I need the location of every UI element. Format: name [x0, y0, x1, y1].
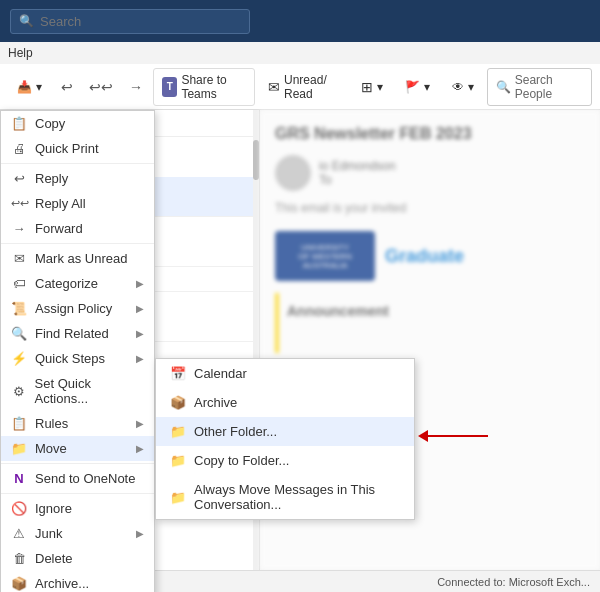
menu-item-assign-policy[interactable]: 📜 Assign Policy ▶ [1, 296, 154, 321]
move-label: Move [35, 441, 67, 456]
apps-btn[interactable]: ⊞ ▾ [352, 74, 392, 100]
view-icon: 👁 [452, 80, 464, 94]
menu-separator-2 [1, 243, 154, 244]
forward-btn[interactable]: → [123, 75, 149, 99]
email-from-row: io Edmondson To [275, 155, 585, 191]
quick-steps-icon: ⚡ [11, 351, 27, 366]
menu-item-junk[interactable]: ⚠ Junk ▶ [1, 521, 154, 546]
rules-label: Rules [35, 416, 68, 431]
university-logo: UNIVERSITYOF WESTERNAUSTRALIA [275, 231, 375, 281]
menu-item-send-onenote[interactable]: N Send to OneNote [1, 466, 154, 491]
junk-icon: ⚠ [11, 526, 27, 541]
archive-icon: 📥 [17, 80, 32, 94]
archive-dropdown-btn[interactable]: 📥 ▾ [8, 75, 51, 99]
menu-item-ignore[interactable]: 🚫 Ignore [1, 496, 154, 521]
announcement-text: Announcement [287, 303, 389, 353]
reply-all-label: Reply All [35, 196, 86, 211]
arrow-right-icon: ▶ [136, 418, 144, 429]
share-teams-btn[interactable]: T Share to Teams [153, 68, 255, 106]
unread-read-btn[interactable]: ✉ Unread/ Read [259, 68, 348, 106]
menu-item-mark-unread[interactable]: ✉ Mark as Unread [1, 246, 154, 271]
menu-item-delete[interactable]: 🗑 Delete [1, 546, 154, 571]
menu-item-reply[interactable]: ↩ Reply [1, 166, 154, 191]
archive-sub-icon: 📦 [170, 395, 186, 410]
categorize-label: Categorize [35, 276, 98, 291]
archive-menu-icon: 📦 [11, 576, 27, 591]
settings-icon: ⚙ [11, 384, 27, 399]
menu-item-forward[interactable]: → Forward [1, 216, 154, 241]
menu-item-reply-all[interactable]: ↩↩ Reply All [1, 191, 154, 216]
flag-btn[interactable]: 🚩 ▾ [396, 75, 439, 99]
red-arrow-annotation [418, 430, 488, 442]
envelope-icon: ✉ [11, 251, 27, 266]
policy-icon: 📜 [11, 301, 27, 316]
other-folder-icon: 📁 [170, 424, 186, 439]
arrow-right-icon: ▶ [136, 443, 144, 454]
yellow-accent-bar [275, 293, 279, 353]
delete-icon: 🗑 [11, 551, 27, 566]
categorize-icon: 🏷 [11, 276, 27, 291]
context-menu: 📋 Copy 🖨 Quick Print ↩ Reply ↩↩ Reply Al… [0, 110, 155, 592]
onenote-icon: N [11, 471, 27, 486]
teams-icon: T [162, 77, 177, 97]
archive-label: Archive... [35, 576, 89, 591]
calendar-label: Calendar [194, 366, 247, 381]
arrow-right-icon: ▶ [136, 328, 144, 339]
menu-separator-4 [1, 493, 154, 494]
apps-arrow: ▾ [377, 80, 383, 94]
apps-icon: ⊞ [361, 79, 373, 95]
set-quick-actions-label: Set Quick Actions... [35, 376, 144, 406]
menu-item-categorize[interactable]: 🏷 Categorize ▶ [1, 271, 154, 296]
copy-label: Copy [35, 116, 65, 131]
help-label: Help [8, 46, 33, 60]
search-icon: 🔍 [19, 14, 34, 28]
arrow-right-icon: ▶ [136, 528, 144, 539]
top-search-bar: 🔍 [0, 0, 600, 42]
ignore-icon: 🚫 [11, 501, 27, 516]
submenu-copy-to-folder[interactable]: 📁 Copy to Folder... [156, 446, 414, 475]
copy-folder-icon: 📁 [170, 453, 186, 468]
help-bar: Help [0, 42, 600, 64]
connected-status: Connected to: Microsoft Exch... [437, 576, 590, 588]
view-btn[interactable]: 👁 ▾ [443, 75, 483, 99]
reply-label: Reply [35, 171, 68, 186]
submenu-archive[interactable]: 📦 Archive [156, 388, 414, 417]
submenu-other-folder[interactable]: 📁 Other Folder... [156, 417, 414, 446]
arrow-right-icon: ▶ [136, 303, 144, 314]
menu-item-quick-print[interactable]: 🖨 Quick Print [1, 136, 154, 161]
email-to: To [319, 173, 396, 187]
view-arrow: ▾ [468, 80, 474, 94]
always-move-label: Always Move Messages in This Conversatio… [194, 482, 400, 512]
menu-separator-3 [1, 463, 154, 464]
menu-item-move[interactable]: 📁 Move ▶ [1, 436, 154, 461]
email-subject: GRS Newsletter FEB 2023 [275, 125, 585, 143]
arrow-right-icon: ▶ [136, 353, 144, 364]
search-people-icon: 🔍 [496, 80, 511, 94]
menu-item-quick-steps[interactable]: ⚡ Quick Steps ▶ [1, 346, 154, 371]
back-btn[interactable]: ↩ [55, 75, 79, 99]
menu-item-rules[interactable]: 📋 Rules ▶ [1, 411, 154, 436]
other-folder-label: Other Folder... [194, 424, 277, 439]
email-sender: io Edmondson [319, 159, 396, 173]
arrow-right-icon: ▶ [136, 278, 144, 289]
junk-label: Junk [35, 526, 62, 541]
email-body-preview: This email is your invited [275, 201, 585, 215]
undo-btn[interactable]: ↩↩ [83, 75, 119, 99]
menu-item-set-quick-actions[interactable]: ⚙ Set Quick Actions... [1, 371, 154, 411]
quick-steps-label: Quick Steps [35, 351, 105, 366]
submenu-always-move[interactable]: 📁 Always Move Messages in This Conversat… [156, 475, 414, 519]
top-search-input[interactable] [40, 14, 241, 29]
top-search-box[interactable]: 🔍 [10, 9, 250, 34]
folder-icon: 📁 [11, 441, 27, 456]
ribbon: 📥 ▾ ↩ ↩↩ → T Share to Teams ✉ Unread/ Re… [0, 64, 600, 110]
menu-item-find-related[interactable]: 🔍 Find Related ▶ [1, 321, 154, 346]
avatar [275, 155, 311, 191]
assign-policy-label: Assign Policy [35, 301, 112, 316]
menu-item-archive[interactable]: 📦 Archive... [1, 571, 154, 592]
submenu-calendar[interactable]: 📅 Calendar [156, 359, 414, 388]
menu-item-copy[interactable]: 📋 Copy [1, 111, 154, 136]
scroll-thumb[interactable] [253, 140, 259, 180]
graduate-text: Graduate [385, 246, 464, 267]
search-people-box[interactable]: 🔍 Search People [487, 68, 592, 106]
reply-all-icon: ↩↩ [11, 197, 27, 210]
